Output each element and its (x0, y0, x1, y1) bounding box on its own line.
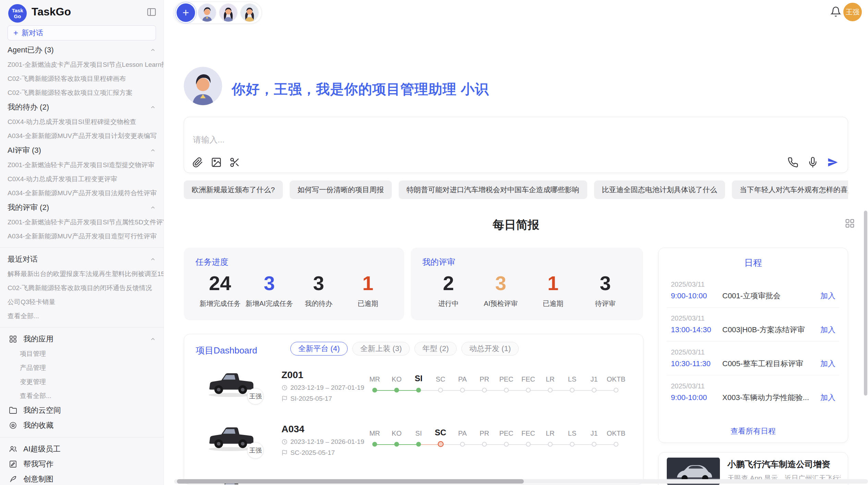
sidebar-item-help-write[interactable]: 帮我写作 (0, 457, 164, 472)
milestone-node: KO (386, 422, 408, 447)
image-icon[interactable] (211, 157, 222, 168)
recent-view-all[interactable]: 查看全部... (0, 309, 164, 323)
stat-label: 我的待办 (294, 299, 343, 308)
sidebar-group-header[interactable]: AI评审 (3) (0, 143, 164, 158)
suggestion-chip[interactable]: 当下年轻人对汽车外观有怎样的喜好趋势 (732, 181, 848, 199)
chat-input[interactable] (193, 135, 673, 145)
suggestion-chip[interactable]: 欧洲新规最近颁布了什么? (184, 181, 283, 199)
notification-bell-icon[interactable] (830, 6, 841, 17)
apps-view-all[interactable]: 查看全部... (0, 389, 164, 403)
chevron-up-icon[interactable] (150, 47, 156, 53)
milestone-dot (438, 441, 444, 447)
sidebar-group-header[interactable]: 我的待办 (2) (0, 100, 164, 115)
stat: 24 新增完成任务 (195, 270, 245, 308)
dashboard-tab[interactable]: 全新平台 (4) (290, 342, 348, 356)
sidebar-group: 我的待办 (2) C0X4-动力总成开发项目SI里程碑提交物检查 A034-全新… (0, 100, 164, 143)
sidebar-item[interactable]: C02-飞腾新能源轻客改款项目里程碑画布 (0, 72, 164, 86)
sidebar-item[interactable]: C0X4-动力总成开发项目SI里程碑提交物检查 (0, 115, 164, 129)
join-link[interactable]: 加入 (820, 393, 835, 403)
sidebar-item[interactable]: C0X4-动力总成开发项目工程变更评审 (0, 172, 164, 186)
send-icon[interactable] (827, 157, 838, 168)
project-row[interactable]: 王强 A034 2023-12-19 – 2026-01-19 (184, 418, 643, 472)
milestone-label: SI (415, 422, 422, 437)
chevron-up-icon[interactable] (150, 336, 156, 342)
app-item[interactable]: 变更管理 (0, 375, 164, 389)
sidebar-item[interactable]: A034-全新新能源MUV产品开发项目法规符合性评审 (0, 186, 164, 200)
join-link[interactable]: 加入 (820, 325, 835, 335)
sidebar-item[interactable]: Z001-全新燃油皮卡产品开发项目SI节点Lesson Learn报告 (0, 58, 164, 72)
my-apps-header[interactable]: 我的应用 (0, 332, 164, 347)
greeting-text: 你好，王强，我是你的项目管理助理 小识 (232, 80, 489, 99)
add-agent-button[interactable] (177, 3, 195, 22)
chevron-up-icon[interactable] (150, 147, 156, 153)
suggestion-chip[interactable]: 比亚迪全固态电池计划具体说了什么 (594, 181, 725, 199)
milestone-label: PA (458, 368, 467, 383)
vertical-scrollbar-thumb[interactable] (864, 211, 867, 396)
app-item[interactable]: 项目管理 (0, 347, 164, 361)
milestone-dot (592, 388, 596, 393)
sidebar-group: AI评审 (3) Z001-全新燃油轻卡产品开发项目SI造型提交物评审 C0X4… (0, 143, 164, 200)
milestone-node: OKTB (605, 422, 627, 447)
sidebar-item[interactable]: A034-全新新能源MUV产品开发项目计划变更表编写 (0, 129, 164, 143)
stat: 1 已逾期 (527, 270, 579, 308)
dashboard-tab[interactable]: 年型 (2) (414, 342, 457, 356)
dashboard-tabs: 全新平台 (4) 全新上装 (3) 年型 (2) 动总开发 (1) (290, 342, 519, 356)
flag-icon (281, 396, 288, 402)
milestone-node: FEC (517, 422, 539, 447)
stat: 3 新增AI完成任务 (245, 270, 294, 308)
suggestion-chip[interactable]: 如何写一份清晰的项目周报 (290, 181, 392, 199)
schedule-time: 13:00-14:30 (671, 325, 722, 334)
app-item[interactable]: 产品管理 (0, 361, 164, 375)
milestone-node: FEC (517, 368, 539, 393)
sidebar-item-cloud-space[interactable]: 我的云空间 (0, 403, 164, 418)
milestone-node: J1 (583, 368, 605, 393)
sidebar-item[interactable]: Z001-全新燃油轻卡产品开发项目SI造型提交物评审 (0, 158, 164, 172)
layout-grid-icon[interactable] (845, 218, 855, 228)
recent-chat-item[interactable]: 公司Q3轻卡销量 (0, 295, 164, 309)
milestone-dot (438, 388, 443, 393)
chevron-up-icon[interactable] (150, 256, 156, 262)
milestone-track: MR KO SI (364, 422, 627, 447)
sidebar-group-header[interactable]: Agent已办 (3) (0, 42, 164, 58)
project-row[interactable]: 王强 Z001 2023-12-19 – 2027-01-19 (184, 363, 643, 418)
recent-chat-item[interactable]: 解释最新出台的欧盟报废车法规再生塑料比例被调至15%... (0, 267, 164, 281)
owner-avatar: 王强 (247, 388, 264, 405)
sidebar-group-header[interactable]: 我的评审 (2) (0, 200, 164, 215)
project-code: Z001 (281, 370, 303, 381)
agent-avatar-1[interactable] (198, 3, 216, 22)
new-chat-button[interactable]: + 新对话 (8, 25, 156, 40)
scissors-icon[interactable] (229, 157, 240, 168)
attachment-icon[interactable] (192, 157, 203, 168)
recent-chat-item[interactable]: C02-飞腾新能源轻客改款项目的闭环通告反馈情况 (0, 281, 164, 295)
horizontal-scrollbar-thumb[interactable] (177, 479, 524, 484)
chevron-up-icon[interactable] (150, 204, 156, 211)
stat: 3 待评审 (579, 270, 632, 308)
chevron-up-icon[interactable] (150, 104, 156, 110)
join-link[interactable]: 加入 (820, 291, 835, 301)
schedule-row: 9:00-10:00 C001-立项审批会 加入 (671, 289, 835, 302)
dashboard-tab[interactable]: 全新上装 (3) (352, 342, 410, 356)
agent-avatar-3[interactable] (240, 3, 259, 22)
view-all-schedule-link[interactable]: 查看所有日程 (659, 426, 848, 436)
milestone-node: LS (561, 422, 583, 447)
microphone-icon[interactable] (807, 157, 818, 168)
schedule-name: C005-整车工程目标评审 (722, 359, 816, 369)
phone-icon[interactable] (787, 157, 798, 168)
suggestion-chip[interactable]: 特朗普可能对进口汽车增税会对中国车企造成哪些影响 (399, 181, 587, 199)
sidebar-item[interactable]: A034-全新新能源MUV产品开发项目造型可行性评审 (0, 229, 164, 243)
sidebar-item-ai-employee[interactable]: AI超级员工 (0, 442, 164, 457)
milestone-label: LS (568, 422, 576, 437)
sidebar-item-creative-draw[interactable]: 创意制图 (0, 472, 164, 485)
sidebar-item-favorites[interactable]: 我的收藏 (0, 418, 164, 433)
dashboard-tab[interactable]: 动总开发 (1) (461, 342, 519, 356)
join-link[interactable]: 加入 (820, 359, 835, 369)
grid-icon (9, 335, 17, 343)
agent-avatar-2[interactable] (219, 3, 238, 22)
milestone-node: KO (386, 368, 408, 393)
sidebar-item[interactable]: Z001-全新燃油轻卡产品开发项目SI节点属性5D文件评审 (0, 215, 164, 229)
collapse-sidebar-icon[interactable] (146, 7, 157, 17)
sidebar-group-header-recent[interactable]: 最近对话 (0, 252, 164, 267)
user-avatar[interactable]: 王强 (843, 3, 862, 21)
sidebar-group-title: Agent已办 (3) (8, 45, 54, 55)
sidebar-item[interactable]: C02-飞腾新能源轻客改款项目立项汇报方案 (0, 86, 164, 100)
